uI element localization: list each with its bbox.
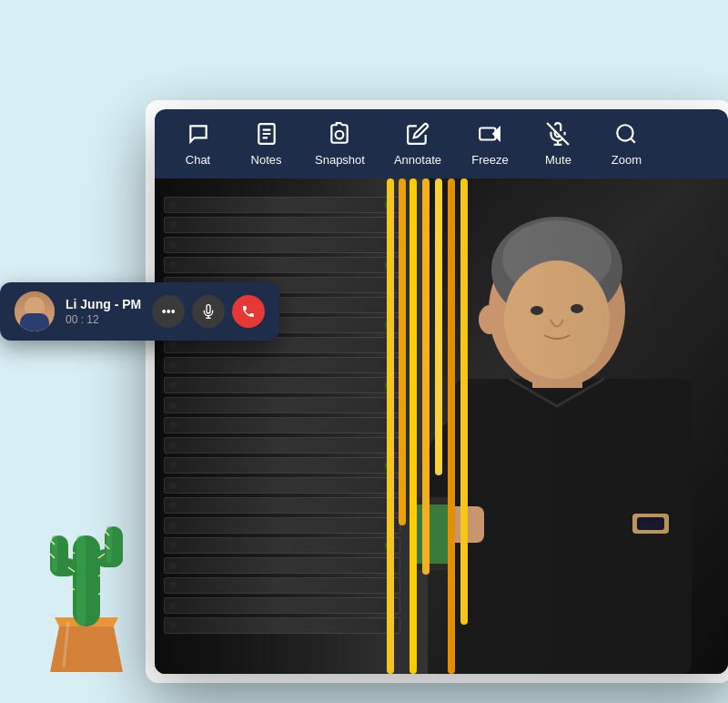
toolbar-annotate[interactable]: Annotate bbox=[379, 115, 456, 174]
avatar-body bbox=[20, 313, 49, 331]
mic-icon bbox=[201, 304, 216, 319]
freeze-icon bbox=[478, 122, 501, 149]
cable bbox=[387, 178, 394, 674]
toolbar-snapshot[interactable]: Snapshot bbox=[300, 115, 379, 174]
svg-point-10 bbox=[618, 125, 633, 140]
toolbar-freeze[interactable]: Freeze bbox=[456, 115, 524, 174]
cable bbox=[460, 178, 468, 625]
toolbar-mute[interactable]: Mute bbox=[524, 115, 592, 174]
end-call-button[interactable] bbox=[232, 295, 265, 328]
cables bbox=[382, 178, 473, 674]
snapshot-label: Snapshot bbox=[315, 153, 365, 167]
snapshot-icon bbox=[328, 122, 351, 149]
mute-icon bbox=[546, 122, 570, 149]
more-options-button[interactable]: ••• bbox=[152, 295, 185, 328]
call-controls: ••• bbox=[152, 295, 265, 328]
microphone-button[interactable] bbox=[192, 295, 225, 328]
cable bbox=[422, 178, 430, 575]
zoom-icon bbox=[614, 122, 638, 149]
cactus-svg bbox=[36, 508, 136, 672]
cable bbox=[448, 178, 455, 674]
svg-point-4 bbox=[336, 130, 344, 138]
cable bbox=[435, 178, 442, 475]
svg-marker-6 bbox=[494, 127, 500, 139]
toolbar-zoom[interactable]: Zoom bbox=[592, 115, 661, 174]
cable bbox=[410, 178, 417, 674]
call-info: Li Jung - PM 00 : 12 bbox=[66, 297, 141, 326]
freeze-label: Freeze bbox=[471, 153, 508, 167]
video-feed bbox=[155, 178, 728, 674]
cactus-decoration bbox=[36, 508, 136, 676]
avatar-inner bbox=[15, 291, 55, 331]
chat-label: Chat bbox=[186, 153, 210, 167]
toolbar: Chat Notes Snapshot bbox=[155, 109, 728, 178]
video-window: Chat Notes Snapshot bbox=[155, 109, 728, 674]
svg-line-11 bbox=[632, 138, 636, 143]
end-call-icon bbox=[241, 304, 256, 319]
svg-rect-34 bbox=[52, 535, 57, 572]
zoom-label: Zoom bbox=[612, 153, 642, 167]
mute-label: Mute bbox=[545, 153, 571, 167]
notes-icon bbox=[255, 122, 278, 149]
more-dots-icon: ••• bbox=[162, 304, 176, 319]
annotate-icon bbox=[406, 122, 430, 149]
svg-rect-37 bbox=[106, 526, 112, 563]
avatar bbox=[15, 291, 55, 331]
svg-marker-28 bbox=[50, 627, 123, 672]
toolbar-notes[interactable]: Notes bbox=[232, 115, 300, 174]
chat-icon bbox=[187, 122, 210, 149]
svg-rect-31 bbox=[76, 535, 86, 627]
call-duration: 00 : 12 bbox=[66, 313, 141, 326]
toolbar-chat[interactable]: Chat bbox=[164, 115, 232, 174]
annotate-label: Annotate bbox=[394, 153, 441, 167]
notes-label: Notes bbox=[251, 153, 282, 167]
cable bbox=[399, 178, 406, 525]
call-card: Li Jung - PM 00 : 12 ••• bbox=[0, 282, 279, 341]
caller-name: Li Jung - PM bbox=[66, 297, 141, 311]
